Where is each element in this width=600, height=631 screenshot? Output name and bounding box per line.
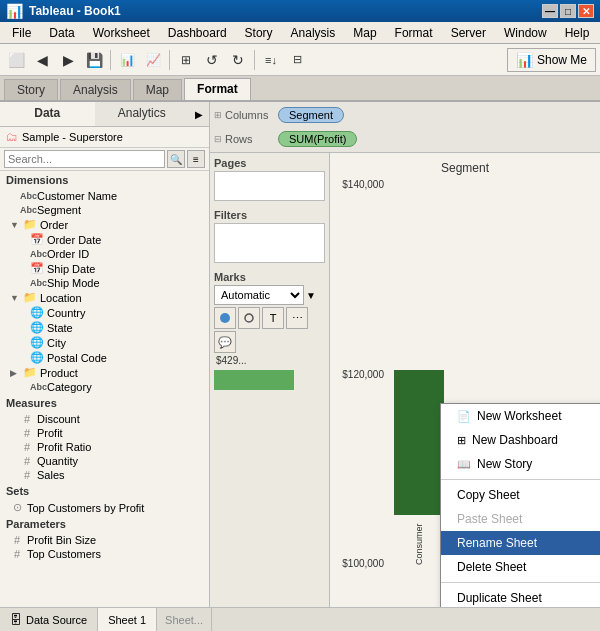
panel-tab-data[interactable]: Data [0,102,95,126]
chart2-btn[interactable]: 📈 [141,48,165,72]
list-item[interactable]: # Profit [0,426,209,440]
list-item[interactable]: # Quantity [0,454,209,468]
parameters-header: Parameters [0,515,209,533]
tab-story[interactable]: Story [4,79,58,100]
forward-button[interactable]: ▶ [56,48,80,72]
y-label: $100,000 [342,558,384,569]
sheet2-label: Sheet... [165,614,203,626]
panel-tab-arrow[interactable]: ▶ [189,102,209,126]
refresh2-btn[interactable]: ↻ [226,48,250,72]
list-item[interactable]: Abc Category [0,380,209,394]
sort-btn[interactable]: ≡↓ [259,48,283,72]
menu-story[interactable]: Story [237,24,281,42]
label-btn[interactable]: T [262,307,284,329]
window-title: Tableau - Book1 [29,4,121,18]
list-item[interactable]: ⊙ Top Customers by Profit [0,500,209,515]
bar-group-consumer[interactable]: Consumer [394,370,444,569]
hash-icon: # [20,455,34,467]
ctx-new-story[interactable]: 📖New Story [441,452,600,476]
list-item[interactable]: 🌐 State [0,320,209,335]
list-item[interactable]: 🌐 Postal Code [0,350,209,365]
search-input[interactable] [4,150,165,168]
close-button[interactable]: ✕ [578,4,594,18]
menu-dashboard[interactable]: Dashboard [160,24,235,42]
menu-map[interactable]: Map [345,24,384,42]
list-item[interactable]: # Sales [0,468,209,482]
globe-icon: 🌐 [30,306,44,319]
columns-pill[interactable]: Segment [278,107,344,123]
panel-tab-analytics[interactable]: Analytics [95,102,190,126]
rows-pill[interactable]: SUM(Profit) [278,131,357,147]
list-item-order[interactable]: ▼ 📁 Order [0,217,209,232]
list-item[interactable]: 📅 Ship Date [0,261,209,276]
menu-server[interactable]: Server [443,24,494,42]
minimize-button[interactable]: — [542,4,558,18]
menu-analysis[interactable]: Analysis [283,24,344,42]
pages-section: Pages [214,157,325,201]
abc-icon: Abc [30,278,44,288]
menu-worksheet[interactable]: Worksheet [85,24,158,42]
list-item[interactable]: # Discount [0,412,209,426]
list-item[interactable]: Abc Ship Mode [0,276,209,290]
menu-help[interactable]: Help [557,24,598,42]
list-item[interactable]: 📅 Order Date [0,232,209,247]
refresh-btn[interactable]: ↺ [200,48,224,72]
sheet2-tab[interactable]: Sheet... [157,608,212,631]
data-btn[interactable]: ⊞ [174,48,198,72]
data-source-bar: 🗂 Sample - Superstore [0,127,209,148]
list-item-location[interactable]: ▼ 📁 Location [0,290,209,305]
dimension-section: Dimensions Abc Customer Name Abc Segment… [0,171,209,607]
ctx-sep-1 [441,479,600,480]
list-item[interactable]: # Top Customers [0,547,209,561]
save-button[interactable]: 💾 [82,48,106,72]
list-item[interactable]: # Profit Ratio [0,440,209,454]
toolbar-separator-3 [254,50,255,70]
chart-btn[interactable]: 📊 [115,48,139,72]
sort2-btn[interactable]: ⊟ [285,48,309,72]
chevron-right-icon: ▶ [10,368,20,378]
ctx-copy-sheet[interactable]: Copy Sheet [441,483,600,507]
back-button[interactable]: ◀ [30,48,54,72]
menu-file[interactable]: File [4,24,39,42]
ctx-rename-sheet[interactable]: Rename Sheet [441,531,600,555]
menu-data[interactable]: Data [41,24,82,42]
tooltip-btn[interactable]: 💬 [214,331,236,353]
ctx-new-dashboard[interactable]: ⊞New Dashboard [441,428,600,452]
y-label: $140,000 [342,179,384,190]
new-button[interactable]: ⬜ [4,48,28,72]
search-bar: 🔍 ≡ [0,148,209,171]
ctx-duplicate-sheet[interactable]: Duplicate Sheet [441,586,600,607]
filters-box [214,223,325,263]
tab-format[interactable]: Format [184,78,251,100]
list-item[interactable]: 🌐 City [0,335,209,350]
show-me-button[interactable]: 📊 Show Me [507,48,596,72]
menu-window[interactable]: Window [496,24,555,42]
list-item[interactable]: Abc Customer Name [0,189,209,203]
list-item[interactable]: Abc Order ID [0,247,209,261]
marks-type-select[interactable]: Automatic Bar Line Circle [214,285,304,305]
size-btn[interactable] [238,307,260,329]
maximize-button[interactable]: □ [560,4,576,18]
ctx-sep-2 [441,582,600,583]
list-item[interactable]: # Profit Bin Size [0,533,209,547]
list-item-product[interactable]: ▶ 📁 Product [0,365,209,380]
sheet1-tab[interactable]: Sheet 1 [98,608,157,631]
bar-consumer[interactable] [394,370,444,515]
bottom-bar: 🗄 Data Source Sheet 1 Sheet... [0,607,600,631]
search-button[interactable]: 🔍 [167,150,185,168]
menu-format[interactable]: Format [387,24,441,42]
list-item[interactable]: 🌐 Country [0,305,209,320]
panel-tabs: Data Analytics ▶ [0,102,209,127]
tab-analysis[interactable]: Analysis [60,79,131,100]
list-item[interactable]: Abc Segment [0,203,209,217]
color-btn[interactable] [214,307,236,329]
data-source-tab[interactable]: 🗄 Data Source [0,608,98,631]
filter-button[interactable]: ≡ [187,150,205,168]
show-me-icon: 📊 [516,52,533,68]
tab-map[interactable]: Map [133,79,182,100]
ctx-new-worksheet[interactable]: 📄New Worksheet [441,404,600,428]
detail-btn[interactable]: ⋯ [286,307,308,329]
bar-label-consumer: Consumer [414,519,424,569]
ctx-delete-sheet[interactable]: Delete Sheet [441,555,600,579]
rows-label: ⊟ Rows [214,133,274,145]
